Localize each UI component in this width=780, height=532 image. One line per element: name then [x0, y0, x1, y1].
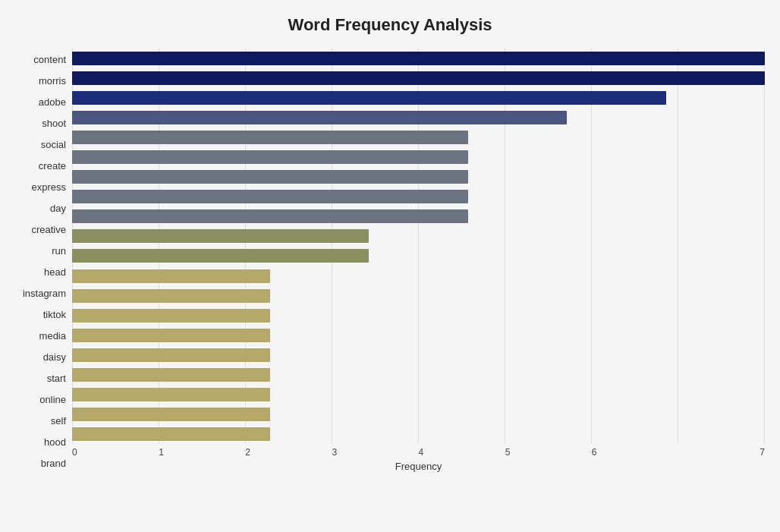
bar-row [72, 90, 765, 106]
y-label: social [41, 136, 66, 153]
y-label: hood [44, 434, 66, 451]
y-label: run [52, 242, 66, 259]
bar-row [72, 268, 765, 285]
bar [72, 289, 270, 303]
bar-row [72, 386, 765, 403]
y-label: instagram [23, 285, 66, 302]
bar-row [72, 50, 765, 67]
bar-row [72, 367, 765, 383]
bar [72, 170, 468, 184]
bar-row [72, 406, 765, 423]
bar [72, 348, 270, 362]
y-label: self [51, 413, 66, 430]
bar [72, 249, 369, 263]
bar [72, 91, 666, 105]
bar [72, 408, 270, 421]
bar [72, 388, 270, 401]
y-label: day [50, 200, 66, 216]
x-axis: 01234567 Frequency [72, 444, 765, 474]
bar-row [72, 70, 765, 87]
x-tick: 6 [592, 447, 678, 458]
y-label: daisy [43, 349, 66, 366]
bar-row [72, 228, 765, 244]
bar [72, 111, 567, 124]
x-tick: 0 [72, 447, 159, 458]
x-axis-label: Frequency [72, 461, 765, 472]
x-tick: 7 [678, 447, 765, 458]
y-label: morris [39, 72, 66, 89]
bar [72, 52, 765, 65]
y-label: media [39, 328, 66, 345]
x-tick: 5 [505, 447, 592, 458]
bar-row [72, 109, 765, 126]
y-label: start [47, 370, 66, 387]
y-label: brand [41, 455, 66, 472]
x-ticks: 01234567 [72, 444, 765, 458]
y-label: create [39, 157, 66, 174]
y-label: adobe [39, 93, 66, 110]
bar-row [72, 288, 765, 304]
bars-rows [72, 49, 765, 444]
bar [72, 209, 468, 223]
bar [72, 427, 270, 441]
y-label: creative [31, 221, 66, 238]
y-axis: contentmorrisadobeshootsocialcreateexpre… [15, 49, 72, 474]
y-label: shoot [42, 115, 66, 131]
bar [72, 190, 468, 203]
y-label: tiktok [43, 307, 66, 323]
x-tick: 3 [332, 447, 418, 458]
chart-area: contentmorrisadobeshootsocialcreateexpre… [15, 49, 765, 474]
y-label: online [39, 392, 66, 408]
y-label: head [44, 263, 66, 280]
x-tick: 2 [245, 447, 332, 458]
bar-row [72, 208, 765, 225]
x-tick: 4 [419, 447, 505, 458]
bar-row [72, 149, 765, 165]
bar [72, 71, 765, 85]
bar-row [72, 168, 765, 185]
bar [72, 229, 369, 243]
bars-and-xaxis: 01234567 Frequency [72, 49, 765, 474]
bar-row [72, 129, 765, 146]
bar [72, 329, 270, 342]
bar [72, 269, 270, 283]
y-label: content [33, 51, 66, 68]
chart-container: Word Frequency Analysis contentmorrisado… [0, 0, 780, 532]
bar-row [72, 426, 765, 442]
bar-row [72, 247, 765, 264]
bars-area [72, 49, 765, 444]
bar-row [72, 347, 765, 364]
bar [72, 368, 270, 382]
bar [72, 309, 270, 323]
bar-row [72, 327, 765, 344]
bar [72, 131, 468, 144]
bar [72, 150, 468, 164]
bar-row [72, 188, 765, 205]
bar-row [72, 307, 765, 324]
chart-title: Word Frequency Analysis [15, 15, 765, 35]
x-tick: 1 [159, 447, 245, 458]
y-label: express [31, 178, 66, 195]
